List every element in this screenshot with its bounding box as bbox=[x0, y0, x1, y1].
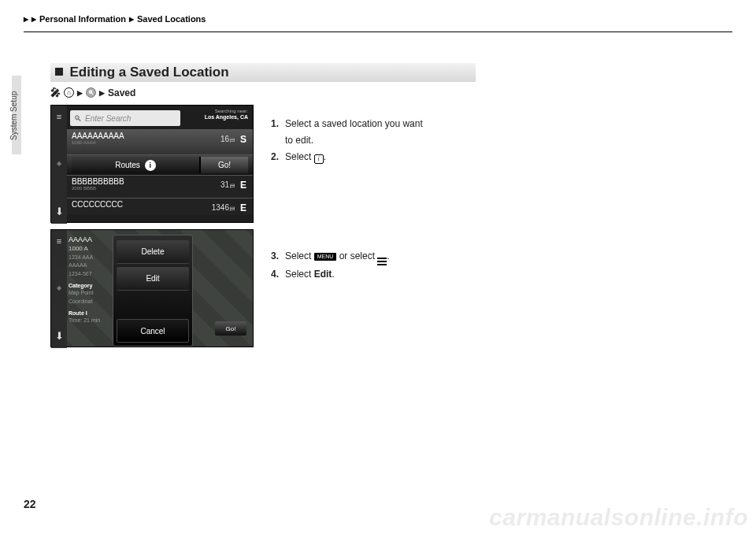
triangle-icon: ▶ bbox=[99, 89, 105, 97]
triangle-icon: ▶ bbox=[77, 89, 83, 97]
time-label: Time: 21 min bbox=[69, 317, 100, 323]
step-text-part: Select bbox=[285, 250, 314, 261]
step-2: 2. Select i. bbox=[271, 150, 476, 165]
shot-left-rail: ≡ ◆ ⬇ bbox=[51, 230, 67, 348]
delete-button[interactable]: Delete bbox=[117, 240, 189, 264]
edit-button[interactable]: Edit bbox=[117, 267, 189, 291]
action-row: Routes i Go! bbox=[67, 154, 253, 175]
row-distance: 16 bbox=[220, 135, 229, 143]
triangle-icon: ▶ bbox=[32, 16, 36, 23]
loc-addr: 1000 A bbox=[69, 245, 88, 252]
step-4: 4. Select Edit. bbox=[271, 267, 476, 282]
step-text: Select MENU or select . bbox=[285, 249, 390, 265]
route-label: Route I bbox=[69, 310, 100, 317]
triangle-icon: ▶ bbox=[129, 16, 134, 23]
menu-chip-icon: MENU bbox=[314, 253, 337, 261]
hamburger-icon[interactable]: ≡ bbox=[57, 236, 61, 246]
loc-addr: AAAAA bbox=[69, 262, 87, 268]
near-label: Searching near: bbox=[215, 109, 248, 113]
delete-label: Delete bbox=[142, 247, 165, 256]
searching-near: Searching near: Los Angeles, CA bbox=[205, 109, 248, 121]
search-placeholder: Enter Search bbox=[85, 114, 131, 123]
step-text-part: . bbox=[387, 250, 389, 261]
edit-label: Edit bbox=[146, 274, 159, 283]
search-input[interactable]: 🔍︎ Enter Search bbox=[70, 110, 180, 126]
step-text-bold: Edit bbox=[314, 269, 332, 280]
step-text: Select a saved location you want bbox=[285, 117, 423, 132]
hamburger-icon[interactable]: ≡ bbox=[57, 112, 61, 121]
diamond-icon: ◆ bbox=[57, 160, 61, 167]
cancel-button[interactable]: Cancel bbox=[117, 319, 189, 343]
page-header: ▶ ▶ Personal Information ▶ Saved Locatio… bbox=[24, 14, 732, 32]
heading-text: Editing a Saved Location bbox=[69, 65, 228, 80]
down-arrow-icon[interactable]: ⬇ bbox=[55, 330, 64, 342]
step-number: 2. bbox=[271, 150, 282, 165]
cat-label: Category bbox=[69, 282, 100, 289]
triangle-icon: ▶ bbox=[24, 16, 28, 23]
saved-rows: AAAAAAAAAA 1000 AAAA 16 ⛿ S Routes i Go!… bbox=[67, 129, 253, 215]
square-bullet-icon bbox=[55, 68, 63, 76]
info-icon[interactable]: i bbox=[145, 160, 156, 171]
breadcrumb-seg: Saved Locations bbox=[137, 14, 206, 24]
hamburger-icon bbox=[377, 258, 387, 265]
routes-button[interactable]: Routes i bbox=[72, 157, 199, 173]
context-menu: Delete Edit Cancel bbox=[113, 235, 193, 347]
instructions-block-1: 1. Select a saved location you want to e… bbox=[271, 117, 476, 167]
step-3: 3. Select MENU or select . bbox=[271, 249, 476, 265]
step-1: 1. Select a saved location you want bbox=[271, 117, 476, 132]
step-number: 3. bbox=[271, 249, 282, 265]
routes-label: Routes bbox=[115, 161, 140, 169]
loc-addr: 1234 AAA bbox=[69, 254, 93, 260]
section-heading: Editing a Saved Location bbox=[50, 63, 476, 82]
row-distance: 31 bbox=[220, 180, 229, 189]
step-1-cont: to edit. bbox=[271, 133, 476, 148]
content-column: Editing a Saved Location 🎤︎ ⌂ ▶ 🔍︎ ▶ Sav… bbox=[50, 63, 476, 347]
search-circle-icon: 🔍︎ bbox=[86, 87, 96, 98]
breadcrumb: ▶ ▶ Personal Information ▶ Saved Locatio… bbox=[24, 14, 732, 24]
cancel-label: Cancel bbox=[140, 327, 165, 336]
search-icon: 🔍︎ bbox=[74, 114, 82, 123]
path-saved: Saved bbox=[108, 87, 135, 98]
loc-phone: 1234-567 bbox=[69, 271, 92, 276]
screenshot-saved-list: ≡ ◆ ⬇ 🔍︎ Enter Search Searching near: Lo… bbox=[50, 105, 254, 223]
instructions-block-2: 3. Select MENU or select . 4. Select Edi… bbox=[271, 249, 476, 284]
screenshot-edit-popup: ≡ ◆ ⬇ AAAAA 1000 A 1234 AAA AAAAA 1234-5… bbox=[50, 229, 254, 347]
nav-path: 🎤︎ ⌂ ▶ 🔍︎ ▶ Saved bbox=[50, 87, 476, 98]
row-direction: E bbox=[240, 180, 246, 191]
step-text-part: . bbox=[324, 151, 326, 162]
popup-gap bbox=[113, 294, 192, 316]
info-box-icon: i bbox=[314, 154, 324, 164]
step-number: 1. bbox=[271, 117, 282, 132]
go-button[interactable]: Go! bbox=[215, 321, 246, 336]
list-item[interactable]: AAAAAAAAAA 1000 AAAA 16 ⛿ S bbox=[67, 129, 253, 154]
down-arrow-icon[interactable]: ⬇ bbox=[55, 206, 64, 217]
step-text-part: . bbox=[332, 269, 334, 280]
step-text-part: Select bbox=[285, 151, 314, 162]
mile-marker-icon: ⛿ bbox=[230, 138, 235, 143]
list-item[interactable]: BBBBBBBBBB 2000 BBBB 31 ⛿ E bbox=[67, 175, 253, 198]
home-icon: ⌂ bbox=[64, 87, 74, 98]
diamond-icon: ◆ bbox=[57, 284, 61, 291]
row-distance: 1346 bbox=[212, 203, 229, 212]
voice-icon: 🎤︎ bbox=[50, 87, 61, 98]
cat-value: Map Point bbox=[69, 290, 94, 295]
mile-marker-icon: ⛿ bbox=[230, 206, 235, 212]
step-text-part: or select bbox=[336, 250, 377, 261]
go-label: Go! bbox=[218, 161, 231, 169]
breadcrumb-seg: Personal Information bbox=[39, 14, 126, 24]
near-value: Los Angeles, CA bbox=[205, 114, 248, 120]
list-item[interactable]: CCCCCCCCC 1346 ⛿ E bbox=[67, 198, 253, 215]
step-text: to edit. bbox=[285, 133, 313, 148]
row-direction: S bbox=[240, 134, 246, 145]
step-number: 4. bbox=[271, 267, 282, 282]
watermark: carmanualsonline.info bbox=[489, 504, 748, 531]
shot-left-rail: ≡ ◆ ⬇ bbox=[51, 106, 67, 224]
step-number-blank bbox=[271, 133, 282, 148]
header-rule bbox=[24, 32, 732, 32]
side-tab-label: System Setup bbox=[9, 91, 18, 140]
location-info: AAAAA 1000 A 1234 AAA AAAAA 1234-567 Cat… bbox=[69, 235, 100, 325]
page-number: 22 bbox=[24, 498, 36, 510]
go-button[interactable]: Go! bbox=[199, 157, 248, 173]
step-text-part: Select bbox=[285, 269, 314, 280]
step-text: Select Edit. bbox=[285, 267, 335, 282]
